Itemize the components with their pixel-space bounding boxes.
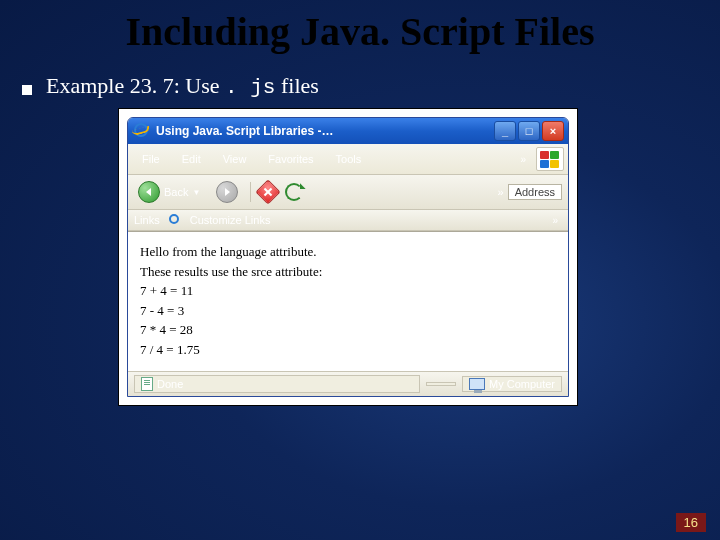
menu-edit[interactable]: Edit <box>172 151 211 167</box>
toolbar: Back ▼ » Address <box>128 175 568 210</box>
menu-tools[interactable]: Tools <box>326 151 372 167</box>
linksbar-overflow-icon[interactable]: » <box>552 215 558 226</box>
forward-button[interactable] <box>212 179 242 205</box>
bullet-prefix: Example 23. 7: Use <box>46 73 220 98</box>
my-computer-icon <box>469 378 485 390</box>
bullet-marker <box>22 85 32 95</box>
minimize-button[interactable]: _ <box>494 121 516 141</box>
back-button[interactable]: Back ▼ <box>134 179 204 205</box>
toolbar-overflow-icon[interactable]: » <box>498 186 504 198</box>
linksbar: Links Customize Links » <box>128 210 568 231</box>
toolbar-separator <box>250 182 251 202</box>
bullet-suffix: files <box>281 73 319 98</box>
content-line-5: 7 * 4 = 28 <box>140 320 556 340</box>
menu-favorites[interactable]: Favorites <box>258 151 323 167</box>
bullet-mono: . js <box>225 76 275 99</box>
ie-icon <box>134 123 150 139</box>
ie-window: Using Java. Script Libraries -… _ □ × Fi… <box>127 117 569 397</box>
windows-logo-icon <box>536 147 564 171</box>
content-line-3: 7 + 4 = 11 <box>140 281 556 301</box>
bullet-text: Example 23. 7: Use . js files <box>46 73 319 99</box>
content-line-6: 7 / 4 = 1.75 <box>140 340 556 360</box>
refresh-icon[interactable] <box>285 183 303 201</box>
menu-overflow-icon[interactable]: » <box>520 154 526 165</box>
address-label[interactable]: Address <box>508 184 562 200</box>
screenshot-frame: Using Java. Script Libraries -… _ □ × Fi… <box>118 108 578 406</box>
toolbar-right: » Address <box>498 184 562 200</box>
menubar: File Edit View Favorites Tools » <box>128 144 568 175</box>
status-pane-mid <box>426 382 456 386</box>
content-line-2: These results use the srce attribute: <box>140 262 556 282</box>
page-content: Hello from the language attribute. These… <box>128 231 568 371</box>
titlebar[interactable]: Using Java. Script Libraries -… _ □ × <box>128 118 568 144</box>
back-dropdown-icon[interactable]: ▼ <box>192 188 200 197</box>
customize-links-link[interactable]: Customize Links <box>190 214 271 226</box>
menu-view[interactable]: View <box>213 151 257 167</box>
close-button[interactable]: × <box>542 121 564 141</box>
status-pane-left: Done <box>134 375 420 393</box>
status-done: Done <box>157 378 183 390</box>
back-label: Back <box>164 186 188 198</box>
page-number: 16 <box>676 513 706 532</box>
statusbar: Done My Computer <box>128 371 568 396</box>
ie-page-icon <box>168 213 182 227</box>
status-pane-zone: My Computer <box>462 376 562 392</box>
links-label: Links <box>134 214 160 226</box>
window-title: Using Java. Script Libraries -… <box>156 124 494 138</box>
menu-file[interactable]: File <box>132 151 170 167</box>
window-buttons: _ □ × <box>494 121 564 141</box>
content-line-1: Hello from the language attribute. <box>140 242 556 262</box>
slide-title: Including Java. Script Files <box>0 8 720 55</box>
bullet-item: Example 23. 7: Use . js files <box>22 73 720 99</box>
content-line-4: 7 - 4 = 3 <box>140 301 556 321</box>
status-zone: My Computer <box>489 378 555 390</box>
maximize-button[interactable]: □ <box>518 121 540 141</box>
back-arrow-icon <box>138 181 160 203</box>
stop-icon[interactable] <box>256 179 281 204</box>
document-icon <box>141 377 153 391</box>
forward-arrow-icon <box>216 181 238 203</box>
